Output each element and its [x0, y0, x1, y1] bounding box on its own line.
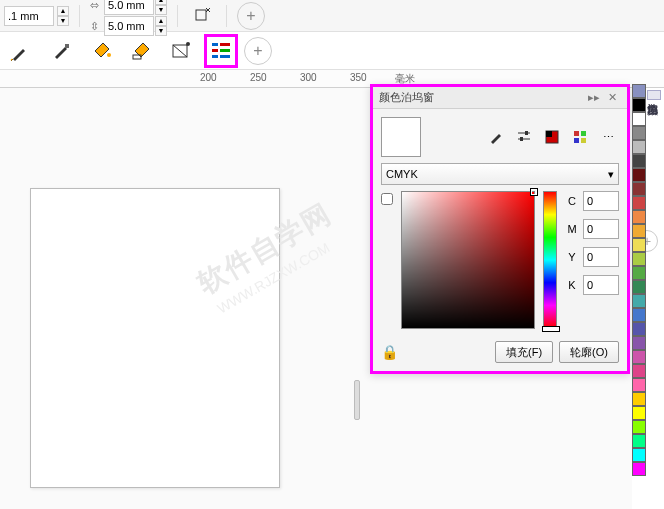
sv-handle[interactable]	[531, 189, 537, 195]
m-label: M	[565, 223, 579, 235]
outline-button[interactable]: 轮廓(O)	[559, 341, 619, 363]
palette-swatch[interactable]	[632, 364, 646, 378]
palette-swatch[interactable]	[632, 182, 646, 196]
c-label: C	[565, 195, 579, 207]
outline-down[interactable]: ▼	[57, 16, 69, 26]
outline-up[interactable]: ▲	[57, 6, 69, 16]
eyedropper-icon[interactable]	[485, 126, 507, 148]
k-label: K	[565, 279, 579, 291]
y-label: Y	[565, 251, 579, 263]
palette-swatch[interactable]	[632, 294, 646, 308]
chevron-down-icon: ▾	[608, 168, 614, 181]
svg-rect-19	[581, 131, 586, 136]
docker-expand-icon[interactable]: ▸▸	[584, 91, 604, 104]
width-input[interactable]	[104, 0, 154, 15]
palette-swatch[interactable]	[632, 322, 646, 336]
separator	[177, 5, 178, 27]
palette-swatch[interactable]	[632, 280, 646, 294]
palette-swatch[interactable]	[632, 462, 646, 476]
paintbucket1-button[interactable]	[84, 34, 118, 68]
hue-handle[interactable]	[542, 326, 560, 332]
palette-swatch[interactable]	[632, 350, 646, 364]
svg-rect-10	[212, 55, 218, 58]
separator	[79, 5, 80, 27]
add-button[interactable]: +	[237, 2, 265, 30]
palette-swatch[interactable]	[632, 224, 646, 238]
ruler-tick: 250	[250, 72, 267, 83]
current-color-swatch[interactable]	[381, 117, 421, 157]
palette-swatch[interactable]	[632, 308, 646, 322]
palettes-icon[interactable]	[569, 126, 591, 148]
sliders-icon[interactable]	[513, 126, 535, 148]
palette-swatch[interactable]	[632, 84, 646, 98]
palette-swatch[interactable]	[632, 238, 646, 252]
svg-rect-7	[220, 43, 230, 46]
docker-close-icon[interactable]: ✕	[604, 91, 621, 104]
palette-swatch[interactable]	[632, 392, 646, 406]
palette-swatch[interactable]	[632, 210, 646, 224]
svg-rect-6	[212, 43, 218, 46]
svg-rect-9	[220, 49, 230, 52]
svg-rect-11	[220, 55, 230, 58]
svg-rect-21	[581, 138, 586, 143]
palette-swatch[interactable]	[632, 196, 646, 210]
palette-swatch[interactable]	[632, 112, 646, 126]
color-docker-tab[interactable]: 颜色泊坞窗	[647, 90, 661, 100]
hue-slider[interactable]	[543, 191, 557, 329]
paintbucket2-button[interactable]	[124, 34, 158, 68]
y-input[interactable]	[583, 247, 619, 267]
outline-width-input[interactable]	[4, 6, 54, 26]
palette-swatch[interactable]	[632, 378, 646, 392]
palette-swatch[interactable]	[632, 406, 646, 420]
ruler-tick: 350	[350, 72, 367, 83]
palette-swatch[interactable]	[632, 126, 646, 140]
docker-title: 颜色泊坞窗	[379, 90, 434, 105]
svg-rect-15	[520, 137, 523, 141]
svg-point-2	[107, 53, 111, 57]
ruler-tick: 300	[300, 72, 317, 83]
palette-swatch[interactable]	[632, 140, 646, 154]
m-input[interactable]	[583, 219, 619, 239]
height-icon: ⇳	[90, 20, 102, 33]
ruler-tick: 200	[200, 72, 217, 83]
svg-point-5	[186, 42, 190, 46]
c-input[interactable]	[583, 191, 619, 211]
more-options-icon[interactable]: ⋯	[597, 126, 619, 148]
palette-swatch[interactable]	[632, 168, 646, 182]
splitter-handle[interactable]	[354, 380, 360, 420]
svg-rect-0	[196, 10, 206, 20]
palette-swatch[interactable]	[632, 448, 646, 462]
add-tool-button[interactable]: +	[244, 37, 272, 65]
svg-rect-13	[525, 131, 528, 135]
palette-swatch[interactable]	[632, 154, 646, 168]
eyedropper-button[interactable]	[44, 34, 78, 68]
palette-swatch[interactable]	[632, 420, 646, 434]
lock-icon[interactable]: 🔒	[381, 344, 398, 360]
k-input[interactable]	[583, 275, 619, 295]
color-model-select[interactable]: CMYK▾	[381, 163, 619, 185]
eyedropper-fill-button[interactable]	[4, 34, 38, 68]
color-viewer-icon[interactable]	[541, 126, 563, 148]
palette-swatch[interactable]	[632, 434, 646, 448]
sv-picker[interactable]	[401, 191, 535, 329]
palette-swatch[interactable]	[632, 252, 646, 266]
h-up[interactable]: ▲	[155, 16, 167, 26]
separator	[226, 5, 227, 27]
palette-swatch[interactable]	[632, 266, 646, 280]
color-model-label: CMYK	[386, 168, 418, 180]
w-dn[interactable]: ▼	[155, 5, 167, 15]
crop-tool-button[interactable]	[188, 3, 216, 29]
svg-rect-1	[65, 44, 69, 48]
palette-swatch[interactable]	[632, 98, 646, 112]
web-safe-checkbox[interactable]	[381, 193, 393, 205]
fill-button[interactable]: 填充(F)	[495, 341, 553, 363]
color-palette	[632, 84, 646, 476]
color-docker-window: 颜色泊坞窗 ▸▸ ✕ ⋯ CMYK▾ C M Y K 🔒	[370, 84, 630, 374]
palette-swatch[interactable]	[632, 336, 646, 350]
svg-rect-20	[574, 138, 579, 143]
svg-rect-17	[546, 131, 552, 137]
color-docker-button[interactable]	[204, 34, 238, 68]
page	[30, 188, 280, 488]
interactive-fill-button[interactable]	[164, 34, 198, 68]
svg-rect-18	[574, 131, 579, 136]
